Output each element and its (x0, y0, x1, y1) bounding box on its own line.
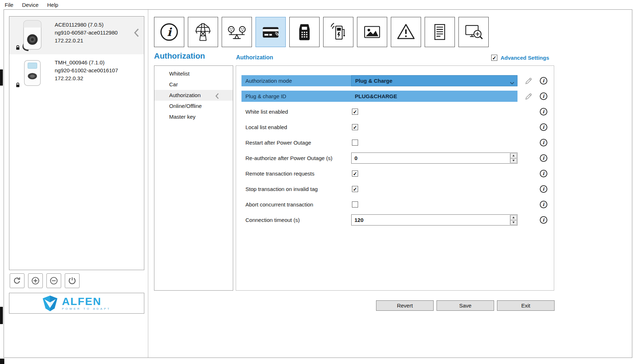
field-row-connection-timeout-s: Connection timeout (s)120 (236, 212, 554, 228)
info-icon[interactable] (540, 201, 547, 208)
subnav-item-online-offline[interactable]: Online/Offline (154, 101, 233, 112)
subnav-label: Authorization (169, 92, 201, 98)
remove-button[interactable] (46, 273, 61, 288)
restart-after-power-outage-checkbox[interactable] (352, 140, 358, 146)
abort-concurrent-transaction-checkbox[interactable] (352, 201, 358, 208)
save-button[interactable]: Save (437, 300, 494, 311)
toolbar-info-button[interactable]: i (154, 17, 184, 47)
field-row-authorization-mode: Authorization modePlug & Charge (236, 73, 554, 88)
white-list-enabled-checkbox[interactable] (352, 109, 358, 115)
add-button[interactable] (28, 273, 43, 288)
field-row-re-authorize-after-power-outage-s: Re-authorize after Power Outage (s)0 (236, 150, 554, 166)
connection-timeout-s-input[interactable]: 120 (351, 214, 517, 226)
subnav-item-car[interactable]: Car (154, 79, 233, 90)
toolbar-charging-station-button[interactable] (323, 17, 353, 47)
refresh-button[interactable] (10, 273, 24, 288)
authorization-mode-dropdown[interactable]: Plug & Charge (351, 75, 517, 86)
toolbar-power-grid-button[interactable] (188, 17, 218, 47)
info-icon[interactable] (540, 216, 547, 224)
logo-tagline: POWER TO ADAPT (62, 307, 111, 310)
menu-item-help[interactable]: Help (47, 2, 58, 8)
subnav-item-whitelist[interactable]: Whitelist (154, 68, 233, 79)
power-button[interactable] (65, 273, 80, 288)
field-row-restart-after-power-outage: Restart after Power Outage (236, 135, 554, 150)
device-list: ACE0112980 (7.0.5)ng910-60587-ace0112980… (9, 16, 144, 270)
re-authorize-after-power-outage-s-input[interactable]: 0 (351, 153, 517, 164)
toolbar-authorization-card-button[interactable] (256, 17, 286, 47)
panel-divider (148, 10, 148, 358)
chevron-down-icon (510, 79, 514, 82)
toolbar-display-image-button[interactable] (357, 17, 387, 47)
screen-artifact (0, 307, 3, 324)
subnav: WhitelistCarAuthorizationOnline/OfflineM… (154, 65, 233, 291)
advanced-settings-checkbox[interactable] (491, 55, 497, 61)
toolbar-warning-button[interactable] (391, 17, 421, 47)
screen-artifact (0, 359, 4, 364)
menu-item-file[interactable]: File (5, 2, 13, 8)
menu-item-device[interactable]: Device (22, 2, 39, 8)
subnav-item-master-key[interactable]: Master key (154, 112, 233, 122)
info-icon[interactable] (540, 139, 547, 146)
subnav-item-authorization[interactable]: Authorization (154, 90, 233, 101)
device-name: ACE0112980 (7.0.5) (55, 21, 118, 29)
lock-icon (15, 82, 21, 88)
alfen-logo: ALFEN POWER TO ADAPT (9, 293, 144, 314)
charger-image (10, 18, 55, 53)
charging-station-icon (328, 22, 349, 42)
stop-transaction-on-invalid-tag-checkbox[interactable] (352, 186, 358, 192)
field-row-abort-concurrent-transaction: Abort concurrent transaction (236, 197, 554, 212)
info-icon[interactable] (540, 108, 547, 115)
pencil-icon[interactable] (525, 92, 533, 100)
diagnostics-icon (463, 22, 484, 42)
spinner-up-button[interactable] (510, 215, 517, 220)
info-icon[interactable] (540, 185, 547, 193)
device-name: TMH_000946 (7.1.0) (55, 59, 118, 67)
settings-form: Authorization modePlug & ChargePlug & ch… (236, 65, 554, 291)
field-label: Connection timeout (s) (241, 217, 351, 223)
info-icon[interactable] (540, 154, 547, 162)
toolbar-payment-terminal-button[interactable] (289, 17, 320, 47)
spinner-down-button[interactable] (510, 220, 517, 225)
field-label: Local list enabled (241, 124, 351, 130)
field-row-local-list-enabled: Local list enabled (236, 119, 554, 135)
advanced-settings-label: Advanced Settings (501, 55, 549, 61)
local-list-enabled-checkbox[interactable] (352, 124, 358, 130)
payment-terminal-icon (294, 22, 315, 42)
exit-button[interactable]: Exit (497, 300, 555, 311)
device-list-item[interactable]: TMH_000946 (7.1.0)ng920-61002-ace0016107… (9, 54, 144, 92)
refresh-icon (13, 276, 22, 285)
spinner-up-button[interactable] (510, 153, 517, 158)
remove-icon (49, 276, 58, 285)
chevron-left-icon (134, 28, 139, 37)
field-label: Stop transaction on invalid tag (241, 186, 351, 192)
toolbar-diagnostics-button[interactable] (458, 17, 489, 47)
info-icon[interactable] (540, 77, 547, 85)
spinner-down-button[interactable] (510, 158, 517, 163)
field-label: Restart after Power Outage (241, 140, 351, 146)
menu-bar: FileDeviceHelp (0, 0, 633, 9)
pencil-icon[interactable] (525, 77, 533, 85)
subnav-label: Car (169, 81, 178, 87)
toolbar-load-balancing-button[interactable] (222, 17, 252, 47)
icon-toolbar: i (154, 17, 489, 47)
revert-button[interactable]: Revert (376, 300, 434, 311)
remote-transaction-requests-checkbox[interactable] (352, 170, 358, 177)
device-list-item[interactable]: ACE0112980 (7.0.5)ng910-60587-ace0112980… (9, 17, 144, 54)
device-code: ng920-61002-ace0016107 (55, 67, 118, 74)
power-icon (68, 276, 77, 285)
toolbar-license-document-button[interactable] (425, 17, 455, 47)
field-label: Remote transaction requests (241, 170, 351, 177)
field-row-stop-transaction-on-invalid-tag: Stop transaction on invalid tag (236, 181, 554, 197)
info-icon[interactable] (540, 92, 547, 100)
spinner-control (510, 215, 517, 225)
number-value: 120 (354, 217, 363, 223)
panel-title: Authorization (236, 54, 273, 61)
advanced-settings-toggle[interactable]: Advanced Settings (490, 55, 549, 61)
device-ip: 172.22.0.21 (55, 37, 118, 45)
info-icon[interactable] (540, 123, 547, 131)
screen-artifact (0, 69, 3, 86)
field-label: Authorization mode (241, 75, 351, 86)
subnav-label: Master key (169, 114, 195, 120)
field-label: Plug & charge ID (241, 91, 351, 102)
info-icon[interactable] (540, 170, 547, 177)
